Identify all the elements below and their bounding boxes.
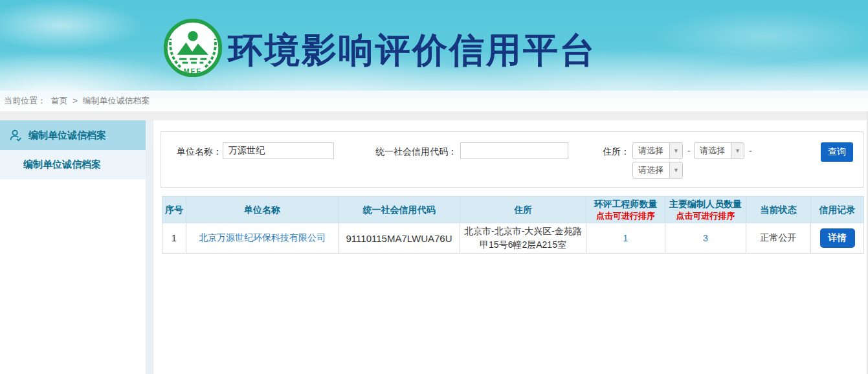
cell-address: 北京市-北京市-大兴区-金苑路 甲15号6幢2层A215室 [460, 223, 586, 254]
svg-text:MEE: MEE [184, 67, 203, 75]
sidebar-item-label: 编制单位诚信档案 [28, 129, 106, 142]
mee-logo-icon: MEE [162, 17, 224, 79]
chevron-down-icon: ▼ [669, 143, 682, 159]
engineer-count-link[interactable]: 1 [623, 233, 629, 243]
address-line-2: 甲15号6幢2层A215室 [463, 238, 583, 252]
search-panel: 单位名称： 统一社会信用代码： 住所： 请选择 ▼ - 请选择 ▼ - 请选择 … [161, 131, 863, 188]
col-header-staff-count-sortable[interactable]: 主要编制人员数量 点击可进行排序 [665, 197, 746, 223]
col-header-index: 序号 [162, 197, 186, 223]
address-label: 住所： [603, 146, 630, 158]
staff-count-title: 主要编制人员数量 [665, 198, 746, 210]
cell-index: 1 [162, 223, 186, 254]
staff-count-link[interactable]: 3 [703, 233, 708, 243]
results-table: 序号 单位名称 统一社会信用代码 住所 环评工程师数量 点击可进行排序 主要编制… [162, 196, 864, 254]
table-header-row: 序号 单位名称 统一社会信用代码 住所 环评工程师数量 点击可进行排序 主要编制… [162, 197, 864, 223]
credit-code-label: 统一社会信用代码： [375, 146, 457, 158]
province-select-value: 请选择 [633, 143, 669, 159]
sort-hint: 点击可进行排序 [586, 210, 665, 222]
content-area: 编制单位诚信档案 编制单位诚信档案 单位名称： 统一社会信用代码： 住所： 请选… [0, 120, 868, 374]
breadcrumb-current: 编制单位诚信档案 [82, 96, 150, 105]
breadcrumb-separator: > [72, 96, 78, 105]
sidebar: 编制单位诚信档案 编制单位诚信档案 [0, 120, 146, 374]
main-panel: 单位名称： 统一社会信用代码： 住所： 请选择 ▼ - 请选择 ▼ - 请选择 … [153, 120, 868, 374]
sort-hint: 点击可进行排序 [665, 210, 746, 222]
col-header-credit-code: 统一社会信用代码 [339, 197, 460, 223]
city-select[interactable]: 请选择 ▼ [694, 142, 744, 159]
engineer-count-title: 环评工程师数量 [586, 198, 665, 210]
chevron-down-icon: ▼ [669, 162, 682, 178]
col-header-address: 住所 [460, 197, 586, 223]
address-line-1: 北京市-北京市-大兴区-金苑路 [463, 225, 583, 238]
district-select-value: 请选择 [633, 162, 669, 178]
sidebar-divider [146, 120, 153, 374]
breadcrumb-label: 当前位置： [4, 96, 46, 105]
chevron-down-icon: ▼ [731, 143, 744, 159]
cell-status: 正常公开 [746, 223, 811, 254]
col-header-unit-name: 单位名称 [186, 197, 339, 223]
unit-name-link[interactable]: 北京万源世纪环保科技有限公司 [199, 232, 326, 243]
address-dash-1: - [687, 146, 691, 156]
site-title: 环境影响评价信用平台 [228, 27, 597, 74]
breadcrumb-home-link[interactable]: 首页 [51, 96, 68, 105]
person-check-icon [8, 128, 23, 142]
sidebar-subitem-label: 编制单位诚信档案 [23, 159, 101, 171]
unit-name-label: 单位名称： [177, 146, 222, 158]
col-header-status: 当前状态 [746, 197, 811, 223]
province-select[interactable]: 请选择 ▼ [632, 142, 683, 159]
district-select[interactable]: 请选择 ▼ [632, 162, 683, 179]
breadcrumb: 当前位置： 首页 > 编制单位诚信档案 [0, 91, 868, 111]
detail-button[interactable]: 详情 [820, 228, 855, 248]
page: MEE 环境影响评价信用平台 当前位置： 首页 > 编制单位诚信档案 编制单位诚… [0, 0, 868, 374]
credit-code-input[interactable] [460, 142, 568, 159]
divider-strip [0, 111, 868, 120]
site-header: MEE 环境影响评价信用平台 [0, 0, 868, 91]
sidebar-item-credit-archive[interactable]: 编制单位诚信档案 [0, 120, 146, 150]
cell-credit-code: 91110115MA7LWUA76U [339, 223, 460, 254]
city-select-value: 请选择 [695, 143, 731, 159]
col-header-credit-record: 信用记录 [811, 197, 864, 223]
col-header-engineer-count-sortable[interactable]: 环评工程师数量 点击可进行排序 [586, 197, 665, 223]
query-button[interactable]: 查询 [821, 142, 853, 162]
unit-name-input[interactable] [223, 142, 334, 159]
address-dash-2: - [749, 146, 752, 156]
table-row: 1 北京万源世纪环保科技有限公司 91110115MA7LWUA76U 北京市-… [162, 223, 864, 254]
sidebar-subitem-credit-archive[interactable]: 编制单位诚信档案 [0, 150, 146, 179]
